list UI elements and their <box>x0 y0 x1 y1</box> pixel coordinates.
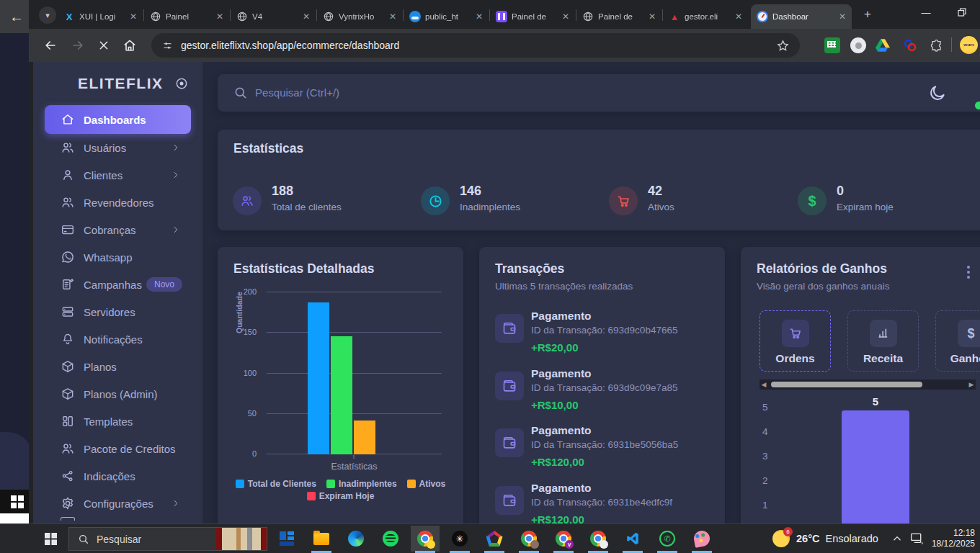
sheets-extension-icon[interactable] <box>824 37 840 53</box>
home-button[interactable] <box>121 37 138 54</box>
sidebar-item-planos[interactable]: Planos <box>45 353 191 380</box>
legend-item[interactable]: Inadimplentes <box>326 479 397 489</box>
drive-extension-icon[interactable] <box>875 37 891 53</box>
taskbar-paint[interactable] <box>687 526 716 552</box>
taskbar-chrome-app-3[interactable] <box>584 526 612 552</box>
scroll-left-icon[interactable]: ◀ <box>760 381 768 388</box>
tab-strip: ▾ X XUI | Logi ✕ Painel ✕ V4 ✕ Vyntrix <box>29 0 980 29</box>
moon-icon[interactable] <box>928 84 947 102</box>
sidebar-item-revendedores[interactable]: Revendedores <box>45 189 191 216</box>
file-favicon <box>409 11 421 22</box>
clock-icon <box>428 194 443 209</box>
puzzle-icon <box>930 39 943 53</box>
close-tab-icon[interactable]: ✕ <box>130 12 137 22</box>
stop-loading-button[interactable] <box>95 37 112 54</box>
tab-dashboard-active[interactable]: Dashboar ✕ <box>751 4 852 29</box>
close-tab-icon[interactable]: ✕ <box>476 12 483 22</box>
chrome-icon: V <box>556 531 571 547</box>
bookmark-star-icon[interactable] <box>776 39 790 53</box>
wallet-icon <box>502 493 517 508</box>
tab-vyntrix[interactable]: VyntrixHo ✕ <box>317 4 402 29</box>
drive-triangle-icon <box>876 39 890 52</box>
taskbar-chrome-active[interactable] <box>411 526 440 552</box>
legend-item[interactable]: Total de Clientes <box>236 479 316 489</box>
close-tab-icon[interactable]: ✕ <box>389 12 396 22</box>
earnings-tab-receita[interactable]: Receita <box>847 310 919 372</box>
round-extension-icon[interactable] <box>850 37 866 53</box>
tab-painel-3[interactable]: Painel de ✕ <box>576 4 662 29</box>
kebab-menu-icon[interactable] <box>961 266 976 282</box>
tab-painel-2[interactable]: Painel de ✕ <box>490 4 575 29</box>
brand-name: ELITEFLIX <box>78 75 164 92</box>
sidebar-item-dashboards[interactable]: Dashboards <box>45 105 191 134</box>
sidebar-item-cobrancas[interactable]: Cobranças <box>45 216 191 243</box>
sidebar-item-notificacoes[interactable]: Notificações <box>45 325 191 353</box>
sidebar-item-configuracoes[interactable]: Configurações <box>45 490 191 517</box>
sidebar-item-usuarios[interactable]: Usuários <box>45 134 191 161</box>
chevron-up-icon <box>892 534 902 544</box>
red-app-favicon: ▲ <box>669 11 680 22</box>
taskbar-search[interactable]: Pesquisar <box>68 527 267 551</box>
browser-forward-button[interactable] <box>69 37 86 54</box>
close-tab-icon[interactable]: ✕ <box>735 12 742 22</box>
tray-chevron[interactable] <box>892 524 902 553</box>
taskbar-whatsapp[interactable]: ✆ <box>653 526 682 552</box>
extensions-puzzle-icon[interactable] <box>928 37 944 53</box>
sidebar-item-planos-admin[interactable]: Planos (Admin) <box>45 380 191 408</box>
close-tab-icon[interactable]: ✕ <box>562 12 569 22</box>
sidebar-item-whatsapp[interactable]: Whatsapp <box>45 243 191 271</box>
tab-v4[interactable]: V4 ✕ <box>231 4 316 29</box>
sidebar-item-templates[interactable]: Templates <box>45 408 191 435</box>
taskbar-spotify[interactable] <box>376 526 405 552</box>
taskbar-chrome-app-2[interactable]: V <box>549 526 578 552</box>
tab-public-ht[interactable]: public_ht ✕ <box>404 4 489 29</box>
tab-search-button[interactable]: ▾ <box>39 6 56 24</box>
taskbar-pentagon-app[interactable] <box>480 526 509 552</box>
taskbar-file-explorer[interactable] <box>307 526 336 552</box>
start-button[interactable] <box>34 524 68 553</box>
legend-item[interactable]: Ativos <box>407 479 446 489</box>
tab-painel-1[interactable]: Painel ✕ <box>144 4 229 29</box>
browser-back-button[interactable] <box>42 37 59 54</box>
close-tab-icon[interactable]: ✕ <box>303 12 310 22</box>
legend-item[interactable]: Expiram Hoje <box>307 491 375 501</box>
tab-gestor[interactable]: ▲ gestor.eli ✕ <box>663 4 748 29</box>
sidebar-item-clientes[interactable]: Clientes <box>45 161 191 189</box>
taskbar-vscode[interactable] <box>618 526 647 552</box>
chart-bar-Total de Clientes <box>308 302 329 455</box>
close-tab-icon[interactable]: ✕ <box>839 12 846 22</box>
chevron-right-icon <box>171 170 181 180</box>
tab-xui[interactable]: X XUI | Logi ✕ <box>58 4 143 29</box>
search-input[interactable]: Pesquisar (Ctrl+/) <box>255 86 339 99</box>
site-settings-icon[interactable] <box>161 40 174 52</box>
sidebar-item-pacote-creditos[interactable]: Pacote de Creditos <box>45 435 191 462</box>
taskbar-task-view[interactable] <box>272 526 301 552</box>
taskbar-clock[interactable]: 12:1818/12/2025 <box>932 524 975 553</box>
new-tab-button[interactable]: + <box>859 6 876 23</box>
taskbar-chrome-app-1[interactable] <box>514 526 543 552</box>
sidebar-item-servidores[interactable]: Servidores <box>45 298 191 325</box>
minimize-button[interactable]: — <box>909 0 943 24</box>
taskbar-chatgpt[interactable]: ✳ <box>445 526 474 552</box>
earnings-tab-ganhos[interactable]: $ Ganhos <box>935 310 980 372</box>
restore-button[interactable] <box>945 0 979 24</box>
search-highlight-image[interactable] <box>216 528 267 550</box>
close-tab-icon[interactable]: ✕ <box>649 12 656 22</box>
earnings-tab-ordens[interactable]: Ordens <box>760 310 831 372</box>
scrollbar-thumb[interactable] <box>771 382 922 387</box>
horizontal-scrollbar[interactable]: ◀ ▶ <box>760 379 976 390</box>
address-bar[interactable]: gestor.eliteflixtv.shop/app/ecommerce/da… <box>151 33 800 58</box>
taskbar-edge[interactable] <box>342 526 370 552</box>
transactions-title: Transações <box>495 261 564 276</box>
close-tab-icon[interactable]: ✕ <box>216 12 223 22</box>
back-icon <box>43 38 58 53</box>
network-tray-icon[interactable] <box>909 524 924 553</box>
sidebar-pin-icon[interactable] <box>174 76 189 91</box>
sidebar-item-indicacoes[interactable]: Indicações <box>45 462 191 490</box>
weather-widget[interactable]: 6 26°C Ensolarado <box>772 524 878 553</box>
loop-extension-icon[interactable] <box>902 37 918 53</box>
sidebar-item-campanhas[interactable]: Campanhas Novo <box>45 271 191 298</box>
profile-avatar[interactable]: WHATS <box>960 36 978 54</box>
app-sidebar: ELITEFLIX Dashboards Usuários Clientes <box>33 62 202 523</box>
scroll-right-icon[interactable]: ▶ <box>967 381 976 388</box>
